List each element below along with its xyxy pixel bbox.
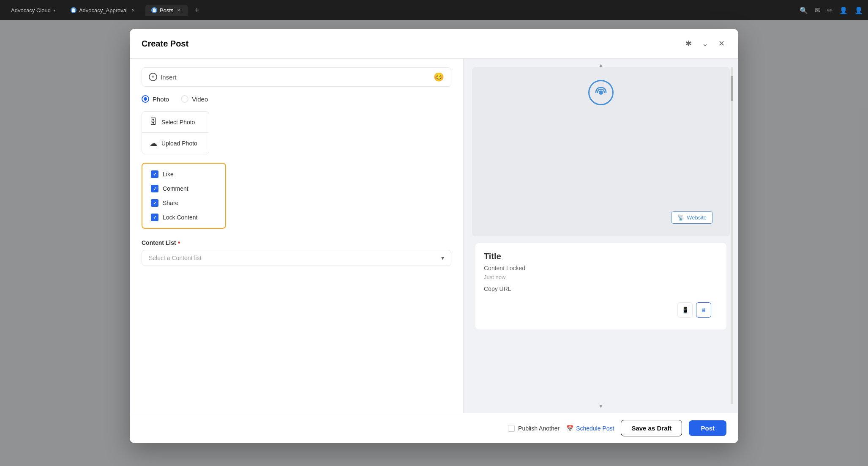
add-tab-button[interactable]: + [191,6,202,15]
modal-overlay: Create Post ✱ ⌄ ✕ + Insert 😊 [0,20,868,466]
tab-posts-icon: 📄 [151,7,157,13]
chevron-down-icon[interactable]: ⌄ [700,37,710,50]
modal-header-actions: ✱ ⌄ ✕ [684,37,726,50]
publish-another-checkbox[interactable] [508,425,515,432]
upload-photo-label: Upload Photo [161,140,197,147]
like-checkbox[interactable]: ✓ Like [151,170,217,178]
lock-content-checkbox-box: ✓ [151,214,158,221]
create-post-modal: Create Post ✱ ⌄ ✕ + Insert 😊 [130,29,738,443]
mobile-icon: 📱 [682,307,689,313]
website-label: Website [687,214,707,221]
edit-icon[interactable]: ✏ [827,6,833,14]
user-icon[interactable]: 👤 [839,6,848,14]
photo-radio-circle [142,95,149,103]
schedule-post-button[interactable]: 📅 Schedule Post [566,425,614,432]
interaction-checkboxes: ✓ Like ✓ Comment ✓ [142,163,226,229]
lock-content-checkbox[interactable]: ✓ Lock Content [151,214,217,221]
desktop-icon: 🖥 [701,307,707,313]
insert-label: Insert [161,74,177,81]
search-icon[interactable]: 🔍 [800,6,808,14]
website-badge[interactable]: 📡 Website [671,211,713,224]
tab-advocacy-cloud[interactable]: Advocacy Cloud ▾ [5,5,61,16]
content-list-label: Content List • [142,239,451,247]
like-checkbox-box: ✓ [151,170,158,178]
broadcast-icon [588,80,614,105]
preview-content-area: 📡 Website [472,67,730,236]
insert-bar[interactable]: + Insert 😊 [142,67,451,87]
svg-point-0 [599,90,603,95]
comment-label: Comment [163,185,188,192]
insert-bar-left: + Insert [149,73,177,81]
photo-radio[interactable]: Photo [142,95,169,103]
pin-icon[interactable]: ✱ [684,37,693,50]
post-time: Just now [484,274,718,280]
chevron-down-icon: ▾ [53,8,55,13]
modal-footer: Publish Another 📅 Schedule Post Save as … [130,413,738,443]
share-checkbox-box: ✓ [151,199,158,207]
calendar-icon: 📅 [566,425,573,432]
checkmark-icon: ✓ [153,215,157,220]
right-panel: ▲ 📡 [464,59,738,413]
media-type-group: Photo Video [142,95,451,103]
checkmark-icon: ✓ [153,200,157,206]
tab-advocacy-cloud-label: Advocacy Cloud [11,7,51,14]
left-panel-scroll: + Insert 😊 Photo Video [130,59,463,413]
tab-posts-label: Posts [160,7,174,14]
mobile-view-button[interactable]: 📱 [677,302,693,318]
desktop-view-button[interactable]: 🖥 [696,302,711,318]
insert-plus-icon: + [149,73,157,81]
copy-url-link[interactable]: Copy URL [484,285,718,292]
tab-posts[interactable]: 📄 Posts ✕ [145,5,188,16]
comment-checkbox[interactable]: ✓ Comment [151,185,217,192]
tab-advocacy-approval-label: Advocacy_Approval [79,7,128,14]
tab-advocacy-approval[interactable]: 📄 Advocacy_Approval ✕ [65,5,142,16]
post-card-preview: Title Content Locked Just now Copy URL 📱… [475,243,726,329]
device-toggle: 📱 🖥 [484,299,718,321]
browser-bar: Advocacy Cloud ▾ 📄 Advocacy_Approval ✕ 📄… [0,0,868,20]
close-icon[interactable]: ✕ [717,37,726,50]
scroll-down-arrow[interactable]: ▼ [598,403,603,409]
post-status: Content Locked [484,265,718,271]
modal-header: Create Post ✱ ⌄ ✕ [130,29,738,59]
close-icon[interactable]: ✕ [176,7,182,13]
preview-scrollbar[interactable] [731,67,733,404]
upload-photo-button[interactable]: ☁ Upload Photo [142,133,209,154]
like-label: Like [163,171,174,178]
emoji-icon[interactable]: 😊 [434,72,444,82]
post-title: Title [484,252,718,261]
select-photo-button[interactable]: 🗄 Select Photo [142,112,209,133]
video-label: Video [192,96,208,103]
avatar[interactable]: 👤 [854,6,863,14]
content-list-section: Content List • Select a Content list ▾ [142,239,451,266]
required-indicator: • [178,239,180,247]
post-button[interactable]: Post [689,420,726,436]
comment-checkbox-box: ✓ [151,185,158,192]
video-radio[interactable]: Video [181,95,208,103]
chevron-down-icon: ▾ [441,255,444,261]
photo-label: Photo [153,96,169,103]
modal-title: Create Post [142,39,188,49]
browser-actions: 🔍 ✉ ✏ 👤 👤 [800,6,863,14]
messages-icon[interactable]: ✉ [815,6,820,14]
website-icon: 📡 [677,214,684,221]
lock-content-label: Lock Content [163,214,198,221]
schedule-post-label: Schedule Post [576,425,614,432]
left-panel: + Insert 😊 Photo Video [130,59,464,413]
modal-body: + Insert 😊 Photo Video [130,59,738,413]
select-photo-label: Select Photo [161,119,195,126]
checkmark-icon: ✓ [153,186,157,192]
tab-advocacy-approval-icon: 📄 [71,7,76,13]
save-draft-button[interactable]: Save as Draft [621,420,682,436]
content-list-select[interactable]: Select a Content list ▾ [142,250,451,266]
preview-area: 📡 Website Title Content Locked Just now … [464,59,738,413]
publish-another-option[interactable]: Publish Another [508,425,560,432]
publish-another-label: Publish Another [518,425,560,432]
photo-options-group: 🗄 Select Photo ☁ Upload Photo [142,111,209,154]
share-label: Share [163,200,178,206]
content-list-label-text: Content List [142,239,176,246]
upload-photo-icon: ☁ [150,139,157,148]
preview-scrollbar-thumb [731,76,733,101]
content-list-placeholder: Select a Content list [149,255,202,261]
share-checkbox[interactable]: ✓ Share [151,199,217,207]
close-icon[interactable]: ✕ [130,7,136,13]
